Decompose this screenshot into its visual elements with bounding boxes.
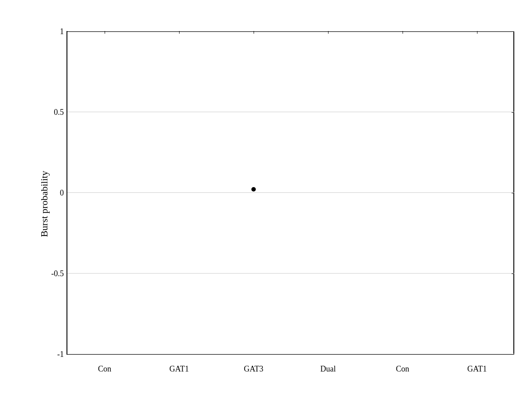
top-tick-con1 xyxy=(105,31,105,34)
y-gridline-neg0-5: -0.5 xyxy=(67,273,514,274)
top-tick-gat1 xyxy=(179,31,180,34)
right-tick-0-5 xyxy=(512,112,514,113)
right-tick-1 xyxy=(512,31,514,32)
x-label-con1: Con xyxy=(98,364,111,374)
y-label-0-5: 0.5 xyxy=(54,108,68,117)
data-point-gat3 xyxy=(251,187,256,192)
top-tick-con2 xyxy=(403,31,403,34)
y-gridline-1: 1 xyxy=(67,31,514,31)
y-axis-label: Burst probability xyxy=(39,171,50,237)
plot-area: 1 0.5 0 -0.5 xyxy=(66,31,514,355)
right-tick-0 xyxy=(512,193,514,193)
top-tick-dual xyxy=(328,31,329,34)
y-label-0: 0 xyxy=(60,188,67,198)
x-label-con2: Con xyxy=(396,364,409,374)
x-label-gat1b: GAT1 xyxy=(467,364,487,374)
y-gridline-neg1: -1 xyxy=(67,354,514,354)
right-tick-neg1 xyxy=(512,354,514,355)
y-label-1: 1 xyxy=(60,27,67,36)
plot-inner: 1 0.5 0 -0.5 xyxy=(67,31,514,354)
top-tick-gat3 xyxy=(254,31,254,34)
top-tick-gat1b xyxy=(477,31,477,34)
y-gridline-0-5: 0.5 xyxy=(67,112,514,112)
y-label-neg1: -1 xyxy=(57,350,67,359)
chart-wrapper: Burst probability 1 0.5 xyxy=(35,22,523,386)
y-gridline-0: 0 xyxy=(67,192,514,193)
x-label-gat1: GAT1 xyxy=(169,364,189,374)
y-label-neg0-5: -0.5 xyxy=(51,269,68,278)
x-label-dual: Dual xyxy=(320,364,336,374)
x-label-gat3: GAT3 xyxy=(244,364,263,374)
right-tick-neg0-5 xyxy=(512,274,514,274)
chart-container: Burst probability 1 0.5 xyxy=(0,0,532,399)
